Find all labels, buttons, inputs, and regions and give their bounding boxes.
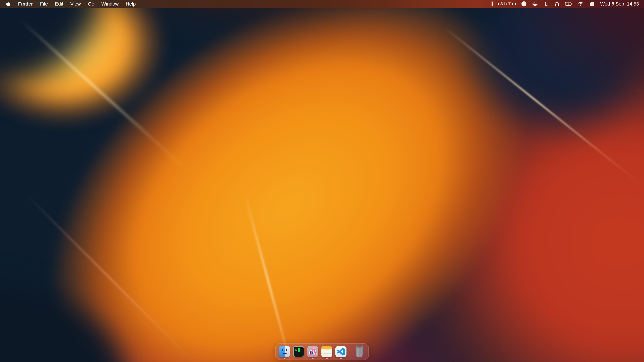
apple-menu-button[interactable] (0, 0, 14, 8)
1password-keyhole-icon (521, 1, 526, 6)
dock-item-vscode[interactable] (334, 343, 348, 360)
clock-date: Wed 6 Sep (600, 1, 624, 7)
terminal-icon: $ (293, 346, 304, 357)
status-headphones[interactable] (552, 0, 562, 8)
moon-icon (544, 1, 549, 6)
menu-item-window[interactable]: Window (98, 0, 122, 8)
timer-countdown-label: in 3 h 7 m (496, 1, 516, 6)
vscode-icon (336, 346, 346, 357)
finder-icon (279, 346, 290, 357)
status-battery[interactable] (562, 0, 575, 8)
clock-time: 14:53 (627, 1, 639, 7)
dock-item-notes[interactable] (320, 343, 334, 360)
running-indicator-dot (326, 358, 328, 359)
dock: $ (0, 343, 644, 360)
menu-bar-left: Finder File Edit View Go Window Help (0, 0, 139, 8)
status-wifi[interactable] (575, 0, 586, 8)
menu-item-go[interactable]: Go (84, 0, 98, 8)
wifi-icon (578, 1, 584, 6)
dock-item-finder[interactable] (278, 343, 292, 360)
control-center-icon (589, 1, 594, 6)
trash-icon (354, 346, 364, 358)
status-docker[interactable] (529, 0, 541, 8)
apple-logo-icon (6, 1, 10, 6)
menu-item-finder[interactable]: Finder (14, 0, 36, 8)
docker-whale-icon (532, 1, 538, 6)
dock-item-trash[interactable] (352, 343, 366, 360)
timer-pill-icon (492, 1, 493, 6)
notes-icon (321, 346, 332, 357)
menu-bar-status-area: in 3 h 7 m (489, 0, 644, 8)
terminal-prompt: $ (295, 348, 297, 352)
status-control-center[interactable] (586, 0, 597, 8)
running-indicator-dot (312, 358, 314, 359)
terminal-cursor (298, 348, 300, 352)
dock-panel: $ (275, 343, 369, 360)
status-focus-mode[interactable] (541, 0, 552, 8)
dock-item-terminal[interactable]: $ (292, 343, 306, 360)
menu-item-help[interactable]: Help (122, 0, 139, 8)
menu-item-edit[interactable]: Edit (51, 0, 67, 8)
headphones-icon (554, 1, 560, 7)
menu-bar: Finder File Edit View Go Window Help in … (0, 0, 644, 8)
status-1password[interactable] (518, 0, 529, 8)
menu-item-file[interactable]: File (36, 0, 52, 8)
dock-item-arc[interactable] (306, 343, 320, 360)
status-timer[interactable]: in 3 h 7 m (489, 0, 519, 8)
menu-item-view[interactable]: View (67, 0, 84, 8)
running-indicator-dot (340, 358, 342, 359)
menu-bar-clock[interactable]: Wed 6 Sep 14:53 (597, 1, 639, 7)
desktop-wallpaper (0, 0, 644, 362)
battery-charging-icon (565, 2, 572, 6)
arc-browser-icon (307, 346, 318, 357)
dock-separator (350, 347, 350, 357)
macos-desktop: { "menu_bar": { "active_app": "Finder", … (0, 0, 644, 362)
running-indicator-dot (284, 358, 286, 359)
